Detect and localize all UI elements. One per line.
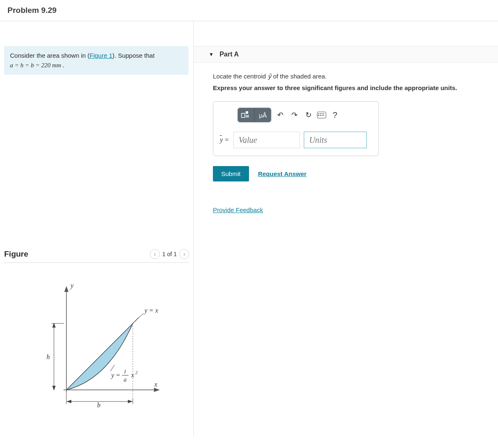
y-axis-label: y — [70, 282, 74, 289]
svg-line-3 — [139, 313, 144, 318]
figure-image: y x y = x — [4, 278, 189, 411]
figure-link[interactable]: Figure 1 — [90, 52, 112, 59]
right-column: ▼ Part A Locate the centroid ȳ of the sh… — [194, 21, 498, 436]
reset-button[interactable]: ↻ — [303, 110, 314, 120]
units-input[interactable] — [304, 132, 367, 148]
svg-rect-24 — [320, 115, 321, 116]
infobox-pre: Consider the area shown in ( — [10, 52, 90, 59]
instruction-line-2: Express your answer to three significant… — [213, 84, 488, 91]
x-axis-label: x — [154, 381, 157, 388]
value-input[interactable] — [233, 132, 300, 148]
part-body: Locate the centroid ȳ of the shaded area… — [194, 63, 498, 213]
problem-statement: Consider the area shown in (Figure 1). S… — [4, 46, 188, 75]
help-button[interactable]: ? — [330, 110, 340, 120]
svg-marker-8 — [52, 386, 56, 391]
svg-rect-23 — [318, 115, 319, 116]
submit-button[interactable]: Submit — [213, 166, 249, 181]
figure-next-button[interactable]: › — [179, 249, 189, 259]
svg-marker-11 — [66, 400, 71, 403]
infobox-post: ). Suppose that — [112, 52, 155, 59]
part-title: Part A — [220, 51, 239, 58]
page-title: Problem 9.29 — [7, 6, 491, 15]
units-picker-button[interactable]: µÅ — [254, 108, 271, 122]
figure-pager-text: 1 of 1 — [162, 251, 177, 257]
answer-toolbar: µÅ ↶ ↷ ↻ ? — [237, 108, 372, 122]
answer-lhs: y = — [220, 136, 229, 144]
svg-rect-21 — [323, 113, 324, 114]
curve-linear — [66, 318, 139, 390]
keyboard-button[interactable] — [317, 112, 326, 118]
answer-input-row: y = — [220, 132, 372, 148]
curve2-lhs: y = — [110, 372, 120, 379]
figure-section: Figure ‹ 1 of 1 › y x — [0, 249, 193, 411]
title-bar: Problem 9.29 — [0, 0, 498, 21]
svg-rect-15 — [242, 113, 245, 118]
svg-marker-0 — [64, 286, 68, 292]
answer-box: µÅ ↶ ↷ ↻ ? y = — [213, 101, 379, 156]
figure-pager: ‹ 1 of 1 › — [150, 249, 189, 259]
figure-prev-button[interactable]: ‹ — [150, 249, 160, 259]
infobox-equation: a = h = b = 220 mm . — [10, 62, 64, 69]
h-label: h — [46, 353, 50, 360]
svg-rect-16 — [246, 111, 248, 114]
undo-button[interactable]: ↶ — [275, 110, 286, 120]
svg-rect-17 — [246, 115, 249, 118]
instruction-line-1: Locate the centroid ȳ of the shaded area… — [213, 73, 488, 80]
left-column: Consider the area shown in (Figure 1). S… — [0, 21, 194, 436]
svg-rect-18 — [318, 113, 319, 114]
figure-header: Figure ‹ 1 of 1 › — [4, 249, 189, 263]
b-label: b — [97, 401, 100, 409]
provide-feedback-link[interactable]: Provide Feedback — [213, 206, 263, 213]
figure-label: Figure — [4, 250, 28, 259]
figure-svg: y x y = x — [37, 278, 162, 411]
svg-rect-19 — [320, 113, 321, 114]
svg-rect-20 — [322, 113, 322, 114]
curve2-den: a — [124, 377, 127, 383]
request-answer-link[interactable]: Request Answer — [258, 170, 307, 177]
submit-row: Submit Request Answer — [213, 166, 488, 181]
mu-angstrom-icon: µÅ — [259, 112, 267, 119]
templates-button[interactable] — [238, 108, 254, 122]
svg-rect-25 — [322, 115, 322, 116]
svg-line-4 — [110, 365, 115, 371]
curve2-rhs: x — [131, 372, 134, 379]
curve2-exp: 2 — [135, 370, 138, 375]
svg-marker-12 — [128, 400, 133, 403]
templates-icon — [241, 111, 251, 119]
part-header[interactable]: ▼ Part A — [194, 46, 498, 63]
curve1-label: y = x — [144, 307, 158, 314]
curve2-num: 1 — [124, 368, 127, 375]
redo-button[interactable]: ↷ — [289, 110, 300, 120]
svg-marker-1 — [154, 388, 160, 392]
svg-rect-26 — [323, 115, 324, 116]
collapse-caret-icon: ▼ — [209, 51, 214, 57]
